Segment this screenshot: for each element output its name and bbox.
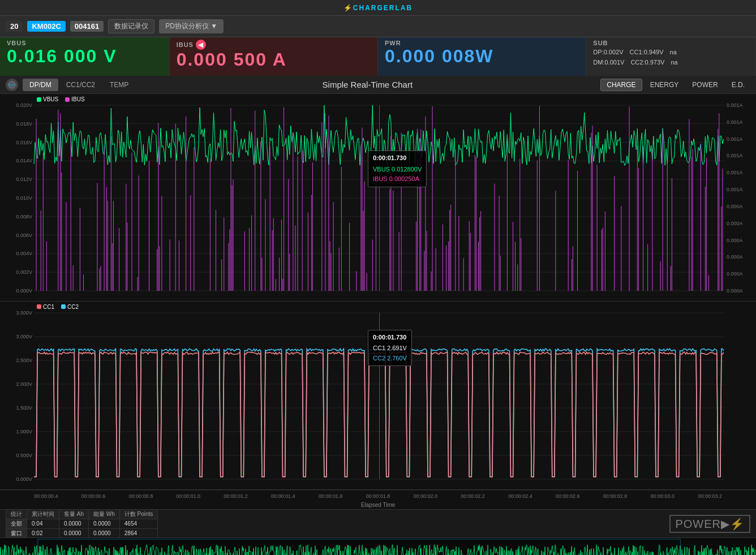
energy-button[interactable]: ENERGY — [645, 79, 685, 91]
cc1-legend-label: CC1 — [43, 304, 54, 310]
x-label: 00:00:02.0 — [414, 493, 438, 499]
legend-cc2: CC2 — [61, 304, 79, 310]
vbus-legend-dot — [37, 97, 41, 102]
cc2-value: CC2:0.973V — [630, 59, 664, 66]
na2-value: na — [671, 59, 677, 66]
ibus-metric: IBUS ◀ 0.000 500 A — [170, 37, 378, 76]
stat-all-label: 全部 — [6, 519, 27, 528]
stat-win-points: 2864 — [119, 528, 158, 538]
tab-icon: DP — [6, 79, 18, 91]
cc2-legend-label: CC2 — [67, 304, 79, 310]
chart-header: DP DP/DM CC1/CC2 TEMP Simple Real-Time C… — [0, 76, 756, 94]
vbus-legend-label: VBUS — [43, 96, 58, 102]
x-label: 00:00:01.8 — [366, 493, 390, 499]
tab-cc1cc2[interactable]: CC1/CC2 — [59, 79, 102, 91]
timeline-canvas — [0, 538, 756, 555]
sub-label: SUB — [593, 40, 749, 46]
metrics-row: VBUS 0.016 000 V IBUS ◀ 0.000 500 A PWR … — [0, 37, 756, 76]
stat-win-label: 窗口 — [6, 528, 27, 538]
x-label: 00:00:01.2 — [224, 493, 248, 499]
tab-dpdm[interactable]: DP/DM — [23, 79, 58, 91]
chart1-legend: VBUS IBUS — [37, 96, 85, 102]
chart2-canvas — [0, 302, 756, 489]
main-charts: VBUS IBUS 0:00:01.730 VBUS 0.012800V IBU… — [0, 94, 756, 490]
stats-table: 统计 累计时间 客量 Ah 能量 Wh 计数 Points 全部 0:04 0.… — [6, 509, 158, 539]
stat-all-points: 4654 — [119, 519, 158, 528]
ibus-direction-icon: ◀ — [196, 40, 206, 50]
chart-title: Simple Real-Time Chart — [136, 80, 598, 89]
ibus-label: IBUS — [177, 41, 194, 48]
legend-cc1: CC1 — [37, 304, 54, 310]
stat-col-capacity: 客量 Ah — [59, 509, 89, 519]
vbus-ibus-chart: VBUS IBUS 0:00:01.730 VBUS 0.012800V IBU… — [0, 94, 756, 302]
pwr-value: 0.000 008W — [385, 46, 579, 66]
x-labels: 00:00:00.400:00:00.600:00:00.800:00:01.0… — [34, 493, 722, 499]
data-logger-button[interactable]: 数据记录仪 — [108, 19, 154, 33]
cc1-cc2-chart: CC1 CC2 0:00:01.730 CC1 2.691V CC2 2.760… — [0, 302, 756, 490]
charge-button[interactable]: CHARGE — [600, 79, 642, 91]
vbus-metric: VBUS 0.016 000 V — [0, 37, 170, 76]
stat-win-capacity: 0.0000 — [59, 528, 89, 538]
stat-col-points: 计数 Points — [119, 509, 158, 519]
x-label: 00:00:00.8 — [129, 493, 153, 499]
x-axis: 00:00:00.400:00:00.600:00:00.800:00:01.0… — [0, 490, 756, 501]
ibus-value: 0.000 500 A — [177, 50, 371, 70]
vbus-value: 0.016 000 V — [7, 46, 162, 66]
stats-row-all: 全部 0:04 0.0000 0.0000 4654 — [6, 519, 158, 528]
stat-win-time: 0:02 — [27, 528, 59, 538]
elapsed-label: Elapsed Time — [0, 501, 756, 509]
na1-value: na — [670, 49, 677, 55]
legend-ibus: IBUS — [65, 96, 84, 102]
stat-col-time: 累计时间 — [27, 509, 59, 519]
device-number: 20 — [6, 21, 23, 32]
sub-metric: SUB DP:0.002V CC1:0.949V na DM:0.001V CC… — [586, 37, 756, 76]
x-label: 00:00:02.2 — [461, 493, 485, 499]
cc1-value: CC1:0.949V — [630, 49, 664, 55]
x-label: 00:00:01.0 — [176, 493, 200, 499]
legend-vbus: VBUS — [37, 96, 58, 102]
stat-col-energy: 能量 Wh — [89, 509, 120, 519]
chart1-canvas — [0, 94, 756, 301]
stats-right: POWER▶⚡ — [669, 515, 750, 533]
dp-value: DP:0.002V — [593, 49, 623, 55]
device-id: KM002C — [27, 21, 65, 32]
stat-win-energy: 0.0000 — [89, 528, 120, 538]
powertel-logo: POWER▶⚡ — [669, 515, 750, 533]
chart2-legend: CC1 CC2 — [37, 304, 79, 310]
ibus-legend-dot — [65, 97, 70, 102]
tab-temp[interactable]: TEMP — [103, 79, 135, 91]
stat-all-energy: 0.0000 — [89, 519, 120, 528]
app-logo: ⚡CHARGERLAB — [343, 4, 413, 12]
x-label: 00:00:03.2 — [698, 493, 722, 499]
cc1-legend-dot — [37, 304, 41, 309]
ed-button[interactable]: E.D. — [726, 79, 750, 91]
x-label: 00:00:02.8 — [603, 493, 628, 499]
dm-value: DM:0.001V — [593, 59, 624, 66]
timeline[interactable] — [0, 537, 756, 555]
stats-row-window: 窗口 0:02 0.0000 0.0000 2864 — [6, 528, 158, 538]
pd-analyzer-button[interactable]: PD协议分析仪 ▼ — [159, 19, 224, 33]
ibus-legend-label: IBUS — [71, 96, 84, 102]
device-sn: 004161 — [70, 21, 104, 32]
x-label: 00:00:00.4 — [34, 493, 58, 499]
cc2-legend-dot — [61, 304, 66, 309]
stat-col-label: 统计 — [6, 509, 27, 519]
x-label: 00:00:02.6 — [556, 493, 580, 499]
x-label: 00:00:02.4 — [508, 493, 532, 499]
topbar: ⚡CHARGERLAB — [0, 0, 756, 16]
pwr-metric: PWR 0.000 008W — [378, 37, 586, 76]
x-label: 00:00:01.6 — [319, 493, 343, 499]
x-label: 00:00:01.4 — [271, 493, 295, 499]
power-button[interactable]: POWER — [686, 79, 723, 91]
x-label: 00:00:00.6 — [81, 493, 106, 499]
stat-all-capacity: 0.0000 — [59, 519, 89, 528]
x-label: 00:00:03.0 — [651, 493, 675, 499]
svg-text:DP: DP — [9, 83, 15, 87]
devicebar: 20 KM002C 004161 数据记录仪 PD协议分析仪 ▼ — [0, 16, 756, 37]
stats-bar: 统计 累计时间 客量 Ah 能量 Wh 计数 Points 全部 0:04 0.… — [0, 509, 756, 537]
stat-all-time: 0:04 — [27, 519, 59, 528]
sub-values: DP:0.002V CC1:0.949V na DM:0.001V CC2:0.… — [593, 48, 749, 67]
